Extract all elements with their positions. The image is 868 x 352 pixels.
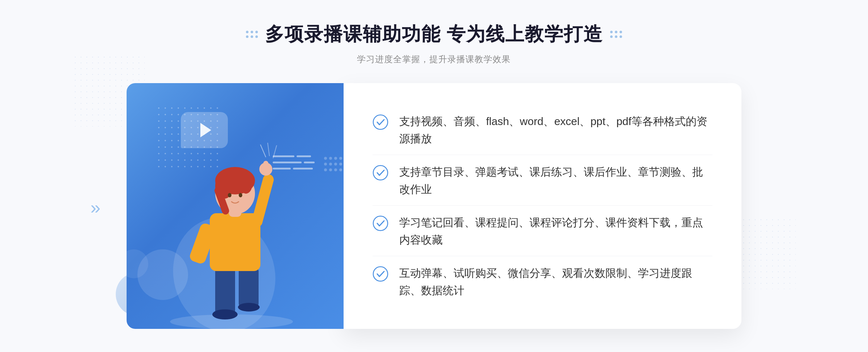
svg-point-24 <box>373 216 388 231</box>
page-container: 多项录播课辅助功能 专为线上教学打造 学习进度全掌握，提升录播课教学效果 » <box>0 0 868 352</box>
svg-point-25 <box>373 267 388 281</box>
dot <box>620 35 622 38</box>
stripe-cell <box>334 168 337 171</box>
title-row: 多项录播课辅助功能 专为线上教学打造 <box>246 22 622 47</box>
dot <box>255 31 258 33</box>
stripe-cell <box>324 163 327 166</box>
svg-rect-2 <box>215 267 235 314</box>
svg-line-21 <box>273 145 277 158</box>
feature-item-1: 支持视频、音频、flash、word、excel、ppt、pdf等各种格式的资源… <box>373 106 712 155</box>
check-icon-3 <box>373 215 388 231</box>
svg-point-15 <box>228 193 231 197</box>
dot <box>251 35 253 38</box>
stripe-cell <box>339 168 342 171</box>
feature-text-4: 互动弹幕、试听购买、微信分享、观看次数限制、学习进度跟踪、数据统计 <box>399 265 712 299</box>
stripe-cell <box>339 157 342 160</box>
outer-arrow-left-icon: » <box>90 197 101 218</box>
stripe-cell <box>329 168 332 171</box>
svg-line-19 <box>260 145 266 157</box>
dot <box>255 35 258 38</box>
svg-point-16 <box>239 193 242 197</box>
feature-item-4: 互动弹幕、试听购买、微信分享、观看次数限制、学习进度跟踪、数据统计 <box>373 257 712 306</box>
stripe-cell <box>329 163 332 166</box>
svg-point-23 <box>373 166 388 180</box>
sub-title: 学习进度全掌握，提升录播课教学效果 <box>246 53 622 65</box>
stripe-cell <box>324 157 327 160</box>
feature-text-3: 学习笔记回看、课程提问、课程评论打分、课件资料下载，重点内容收藏 <box>399 214 712 249</box>
feature-item-3: 学习笔记回看、课程提问、课程评论打分、课件资料下载，重点内容收藏 <box>373 207 712 256</box>
main-content: 支持视频、音频、flash、word、excel、ppt、pdf等各种格式的资源… <box>127 83 741 329</box>
svg-point-13 <box>239 173 252 194</box>
dot <box>615 35 617 38</box>
stripe-cell <box>334 157 337 160</box>
features-panel: 支持视频、音频、flash、word、excel、ppt、pdf等各种格式的资源… <box>344 83 741 329</box>
illustration-card <box>127 83 344 329</box>
stripe-decoration <box>324 157 344 171</box>
svg-point-22 <box>373 115 388 129</box>
svg-point-5 <box>238 303 260 312</box>
dot <box>610 35 613 38</box>
feature-item-2: 支持章节目录、弹题考试、课后练习、课后作业、章节测验、批改作业 <box>373 156 712 206</box>
figure-illustration <box>159 130 311 329</box>
stripe-cell <box>334 163 337 166</box>
check-icon-2 <box>373 165 388 181</box>
left-title-dots <box>246 31 258 38</box>
dot <box>615 31 617 33</box>
check-icon-4 <box>373 266 388 282</box>
dot <box>251 31 253 33</box>
svg-line-20 <box>268 143 269 156</box>
page-header: 多项录播课辅助功能 专为线上教学打造 学习进度全掌握，提升录播课教学效果 <box>246 22 622 65</box>
dot <box>246 31 248 33</box>
main-title: 多项录播课辅助功能 专为线上教学打造 <box>265 22 603 47</box>
dot <box>620 31 622 33</box>
right-title-dots <box>610 31 622 38</box>
stripe-cell <box>339 163 342 166</box>
svg-rect-3 <box>239 267 259 307</box>
svg-rect-18 <box>263 161 268 172</box>
stripe-cell <box>324 168 327 171</box>
dot <box>610 31 613 33</box>
check-icon-1 <box>373 114 388 130</box>
feature-text-2: 支持章节目录、弹题考试、课后练习、课后作业、章节测验、批改作业 <box>399 163 712 198</box>
stripe-cell <box>329 157 332 160</box>
dot <box>246 35 248 38</box>
feature-text-1: 支持视频、音频、flash、word、excel、ppt、pdf等各种格式的资源… <box>399 113 712 147</box>
svg-point-4 <box>212 309 238 319</box>
